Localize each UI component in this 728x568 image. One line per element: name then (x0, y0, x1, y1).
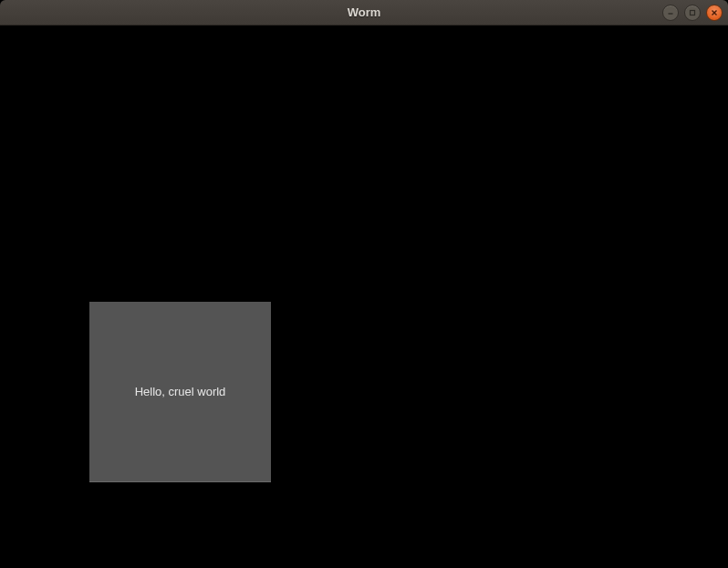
message-box: Hello, cruel world (89, 302, 271, 482)
titlebar: Worm (0, 0, 728, 26)
close-button[interactable] (706, 5, 723, 21)
window-title: Worm (348, 5, 381, 19)
minimize-icon (666, 5, 675, 21)
message-text: Hello, cruel world (135, 385, 226, 398)
window-controls (662, 5, 723, 21)
svg-rect-1 (691, 10, 695, 15)
minimize-button[interactable] (662, 5, 679, 21)
maximize-button[interactable] (684, 5, 701, 21)
maximize-icon (688, 5, 697, 21)
close-icon (710, 5, 719, 21)
content-area: Hello, cruel world (0, 26, 728, 568)
